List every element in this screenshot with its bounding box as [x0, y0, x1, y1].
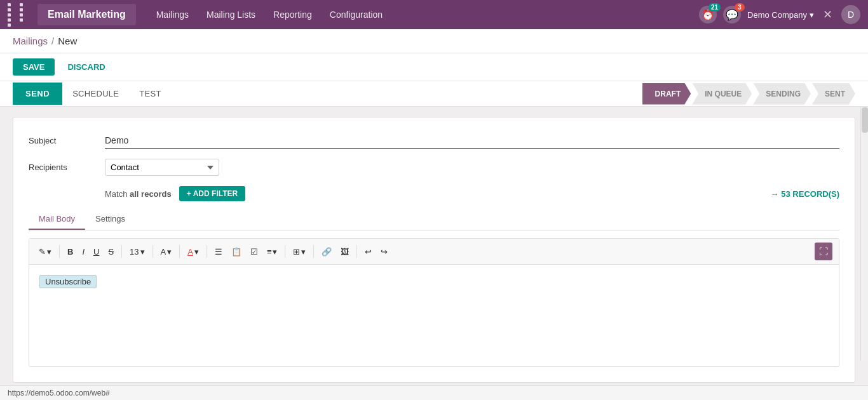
save-button[interactable]: SAVE: [13, 58, 55, 76]
subject-field-container: [105, 133, 839, 149]
filter-match-label: Match all records: [105, 189, 172, 199]
subject-label: Subject: [29, 136, 105, 145]
redo-button[interactable]: ↪: [377, 245, 391, 258]
records-count-label: 53 RECORD(S): [781, 189, 839, 199]
nav-mailings[interactable]: Mailings: [149, 6, 196, 23]
topnav: Email Marketing Mailings Mailing Lists R…: [0, 0, 868, 29]
form-card: Subject Recipients Contact Mailing List …: [13, 117, 855, 383]
breadcrumb-parent[interactable]: Mailings: [13, 36, 48, 46]
undo-icon: ↩: [365, 247, 372, 257]
app-grid-icon[interactable]: [8, 3, 30, 27]
unordered-list-button[interactable]: ☰: [212, 245, 226, 258]
toolbar-divider-1: [59, 245, 60, 258]
font-color-label: A: [187, 247, 193, 257]
link-button[interactable]: 🔗: [318, 245, 335, 258]
topnav-right: ⏰ 21 💬 3 Demo Company ▾ ✕ D: [699, 5, 860, 24]
font-size-label: 13: [130, 247, 139, 257]
ordered-list-button[interactable]: 📋: [228, 245, 245, 258]
status-inqueue[interactable]: IN QUEUE: [692, 83, 752, 105]
records-count[interactable]: → 53 RECORD(S): [770, 189, 839, 199]
status-sent[interactable]: SENT: [812, 83, 855, 105]
font-color-button[interactable]: A ▾: [184, 245, 202, 258]
unsubscribe-link[interactable]: Unsubscribe: [39, 275, 97, 288]
status-url: https://demo5.odoo.com/web#: [8, 389, 110, 393]
message-btn[interactable]: 💬 3: [723, 6, 741, 23]
tab-mail-body[interactable]: Mail Body: [29, 209, 85, 230]
table-icon: ⊞: [293, 247, 300, 257]
status-draft[interactable]: DRAFT: [642, 83, 691, 105]
underline-button[interactable]: U: [90, 245, 102, 258]
activity-btn[interactable]: ⏰ 21: [699, 6, 717, 23]
add-filter-button[interactable]: + ADD FILTER: [179, 186, 245, 201]
nav-mailing-lists[interactable]: Mailing Lists: [199, 6, 263, 23]
status-pipeline: DRAFT IN QUEUE SENDING SENT: [642, 83, 855, 105]
font-color-arrow: ▾: [194, 247, 199, 257]
pen-icon: ✎: [39, 247, 46, 257]
check-icon: ☑: [250, 247, 258, 257]
toolbar-divider-8: [356, 245, 357, 258]
action-bar: SAVE DISCARD: [0, 53, 868, 81]
table-button[interactable]: ⊞ ▾: [290, 245, 309, 258]
toolbar-divider-5: [207, 245, 207, 258]
redo-icon: ↪: [381, 247, 388, 257]
recipients-select[interactable]: Contact Mailing List Lead/Opportunity Sa…: [105, 159, 219, 176]
main-content: Subject Recipients Contact Mailing List …: [0, 107, 868, 393]
subject-row: Subject: [29, 133, 839, 149]
ul-icon: ☰: [215, 247, 222, 257]
expand-button[interactable]: ⛶: [815, 243, 832, 260]
company-name: Demo Company: [747, 10, 807, 20]
status-bar: https://demo5.odoo.com/web#: [0, 385, 868, 393]
close-button[interactable]: ✕: [820, 5, 835, 24]
tab-settings[interactable]: Settings: [85, 209, 135, 230]
toolbar-divider-7: [313, 245, 314, 258]
status-sending[interactable]: SENDING: [753, 83, 811, 105]
avatar[interactable]: D: [841, 5, 860, 24]
discard-button[interactable]: DISCARD: [60, 58, 112, 76]
test-tab[interactable]: TEST: [129, 81, 171, 106]
bold-button[interactable]: B: [64, 245, 76, 258]
font-family-arrow: ▾: [167, 247, 172, 257]
strikethrough-button[interactable]: S: [105, 245, 117, 258]
nav-reporting[interactable]: Reporting: [266, 6, 320, 23]
recipients-label: Recipients: [29, 163, 105, 172]
app-title[interactable]: Email Marketing: [37, 4, 136, 25]
image-button[interactable]: 🖼: [337, 245, 352, 258]
font-family-button[interactable]: A ▾: [158, 245, 175, 258]
company-chevron: ▾: [810, 10, 814, 20]
pen-dropdown-arrow: ▾: [47, 247, 51, 257]
font-size-button[interactable]: 13 ▾: [126, 245, 147, 258]
breadcrumb-separator: /: [51, 36, 54, 46]
nav-configuration[interactable]: Configuration: [322, 6, 390, 23]
checklist-button[interactable]: ☑: [247, 245, 261, 258]
font-family-label: A: [161, 247, 166, 257]
ol-icon: 📋: [231, 247, 241, 257]
recipients-field-container: Contact Mailing List Lead/Opportunity Sa…: [105, 159, 839, 176]
filter-match-word: Match: [105, 189, 127, 199]
editor-body[interactable]: Unsubscribe: [29, 265, 839, 366]
scrollbar-track: [860, 107, 868, 361]
align-arrow: ▾: [273, 247, 277, 257]
editor-toolbar: ✎ ▾ B I U S 13 ▾ A ▾: [29, 239, 839, 265]
expand-icon: ⛶: [819, 246, 828, 257]
italic-button[interactable]: I: [79, 245, 88, 258]
send-button[interactable]: SEND: [13, 83, 62, 105]
toolbar-divider-2: [121, 245, 122, 258]
records-arrow: →: [770, 189, 778, 199]
message-count: 3: [735, 3, 745, 11]
editor-area: ✎ ▾ B I U S 13 ▾ A ▾: [29, 238, 839, 367]
filter-all-records: all records: [130, 189, 172, 199]
form-tabs: Mail Body Settings: [29, 209, 839, 230]
send-tabs: SEND SCHEDULE TEST: [13, 81, 642, 106]
nav-links: Mailings Mailing Lists Reporting Configu…: [149, 6, 699, 23]
subject-input[interactable]: [105, 133, 839, 149]
align-button[interactable]: ≡ ▾: [264, 245, 281, 258]
table-arrow: ▾: [301, 247, 306, 257]
company-selector[interactable]: Demo Company ▾: [747, 10, 814, 20]
undo-button[interactable]: ↩: [362, 245, 375, 258]
schedule-tab[interactable]: SCHEDULE: [62, 81, 129, 106]
send-status-bar: SEND SCHEDULE TEST DRAFT IN QUEUE SENDIN…: [0, 81, 868, 107]
pen-tool-button[interactable]: ✎ ▾: [36, 245, 55, 258]
avatar-letter: D: [848, 10, 854, 20]
scrollbar-thumb[interactable]: [862, 107, 868, 133]
recipients-row: Recipients Contact Mailing List Lead/Opp…: [29, 159, 839, 176]
